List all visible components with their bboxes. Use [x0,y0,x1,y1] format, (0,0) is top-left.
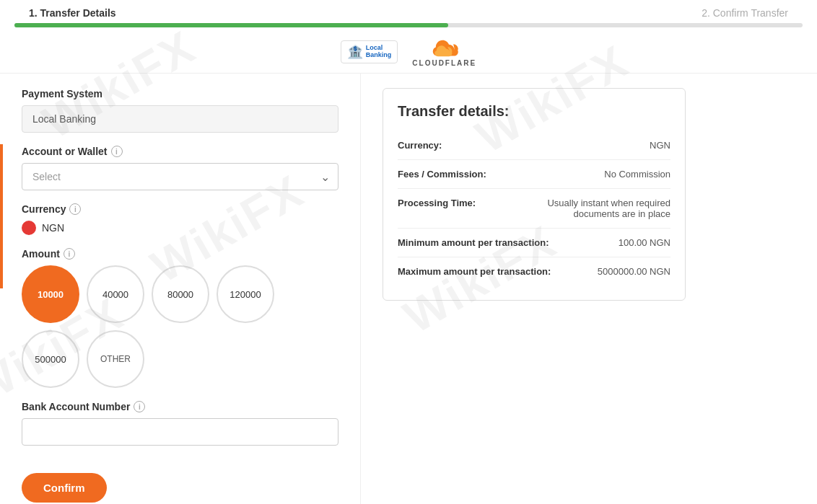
transfer-details-box: Transfer details: Currency: NGN Fees / C… [383,88,686,301]
logos-row: 🏦 LocalBanking CLOUDFLARE [0,27,817,74]
payment-system-value: Local Banking [22,105,338,133]
currency-flag [22,221,36,235]
detail-row-fees: Fees / Commission: No Commission [398,160,670,189]
amount-group: Amount i 10000 40000 80000 120000 500000… [22,248,338,388]
bank-account-info-icon[interactable]: i [134,401,145,412]
bank-account-input[interactable] [22,418,338,446]
detail-value-processing: Usually instant when required documents … [513,198,670,219]
detail-value-fees: No Commission [604,169,670,180]
step1-label: 1. Transfer Details [29,7,116,19]
detail-key-min: Minimum amount per transaction: [398,237,549,248]
account-wallet-group: Account or Wallet i Select ⌄ [22,146,338,190]
currency-info-icon[interactable]: i [69,203,81,215]
progress-bar-container [14,23,803,27]
left-accent [0,144,3,288]
main-content: Payment System Local Banking Account or … [0,74,817,504]
detail-value-max: 5000000.00 NGN [598,266,670,277]
amount-btn-40000[interactable]: 40000 [87,265,144,323]
payment-system-label: Payment System [22,88,338,100]
header: 1. Transfer Details 2. Confirm Transfer [0,0,817,27]
steps-row: 1. Transfer Details 2. Confirm Transfer [14,7,803,19]
amount-buttons: 10000 40000 80000 120000 500000 OTHER [22,265,338,388]
amount-btn-80000[interactable]: 80000 [152,265,209,323]
amount-info-icon[interactable]: i [64,248,75,260]
progress-bar-fill [14,23,448,27]
details-panel: Transfer details: Currency: NGN Fees / C… [361,74,817,504]
local-banking-logo: 🏦 LocalBanking [341,40,398,63]
currency-group: Currency i NGN [22,203,338,235]
detail-row-min: Minimum amount per transaction: 100.00 N… [398,229,670,257]
detail-key-processing: Processing Time: [398,198,499,208]
amount-label: Amount i [22,248,338,260]
amount-btn-other[interactable]: OTHER [87,330,144,388]
bank-text: LocalBanking [366,45,392,59]
payment-system-group: Payment System Local Banking [22,88,338,133]
amount-btn-120000[interactable]: 120000 [217,265,274,323]
currency-label: Currency i [22,203,338,215]
page-wrapper: WikiFX WikiFX WikiFX WikiFX WikiFX 1. Tr… [0,0,817,504]
account-wallet-info-icon[interactable]: i [111,146,123,157]
bank-account-group: Bank Account Number i [22,401,338,446]
detail-value-min: 100.00 NGN [619,237,670,248]
currency-code: NGN [42,222,64,234]
detail-key-max: Maximum amount per transaction: [398,266,551,277]
cloudflare-icon [427,36,463,58]
cloudflare-text: CLOUDFLARE [412,59,476,67]
bank-icon: 🏦 [347,44,363,60]
cloudflare-logo: CLOUDFLARE [412,36,476,67]
detail-row-processing: Processing Time: Usually instant when re… [398,189,670,229]
form-panel: Payment System Local Banking Account or … [0,74,361,504]
amount-btn-10000[interactable]: 10000 [22,265,79,323]
detail-key-currency: Currency: [398,140,499,151]
detail-key-fees: Fees / Commission: [398,169,499,180]
step2-label: 2. Confirm Transfer [702,7,788,19]
detail-row-currency: Currency: NGN [398,131,670,160]
transfer-details-title: Transfer details: [398,103,670,120]
account-wallet-select-wrapper: Select ⌄ [22,163,338,190]
detail-value-currency: NGN [650,140,670,151]
account-wallet-select[interactable]: Select [22,163,338,190]
bank-account-label: Bank Account Number i [22,401,338,412]
amount-btn-500000[interactable]: 500000 [22,330,79,388]
confirm-button[interactable]: Confirm [22,473,107,503]
detail-row-max: Maximum amount per transaction: 5000000.… [398,257,670,286]
account-wallet-label: Account or Wallet i [22,146,338,157]
currency-row: NGN [22,221,338,235]
